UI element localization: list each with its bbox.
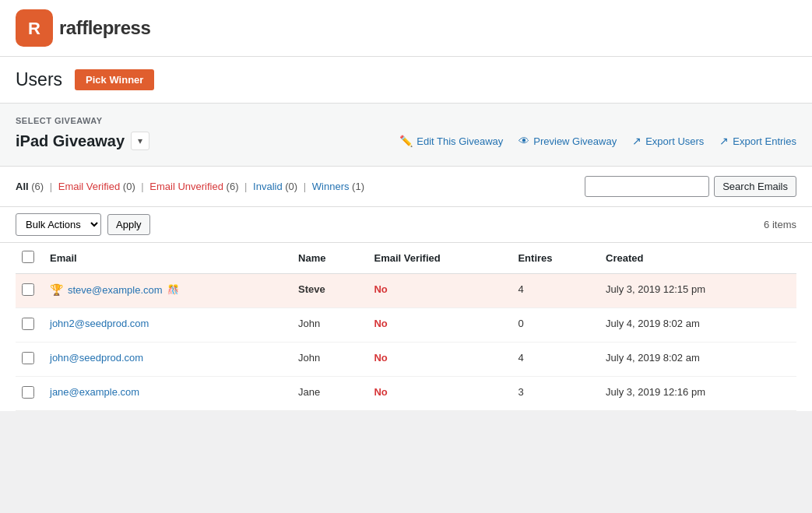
row-email-cell: jane@example.com: [44, 377, 292, 411]
items-count: 6 items: [764, 219, 796, 230]
confetti-decoration: 🎊: [167, 284, 179, 295]
email-link[interactable]: john2@seedprod.com: [50, 318, 149, 329]
filter-email-verified[interactable]: Email Verified: [58, 181, 120, 192]
row-email-cell: john2@seedprod.com: [44, 308, 292, 343]
filter-email-unverified-count: (6): [223, 181, 239, 192]
users-table: Email Name Email Verified Entires Create…: [16, 243, 796, 411]
row-checkbox[interactable]: [22, 318, 34, 330]
page-header: Users Pick Winner: [0, 57, 812, 104]
bulk-actions-bar: Bulk Actions Delete Apply 6 items: [0, 207, 812, 243]
row-checkbox[interactable]: [22, 283, 34, 296]
row-name-cell: John: [292, 343, 367, 377]
col-created: Created: [599, 243, 796, 274]
export-entries-icon: ↗: [719, 135, 729, 147]
apply-button[interactable]: Apply: [107, 214, 150, 235]
trophy-icon: 🏆: [50, 283, 63, 296]
edit-giveaway-label: Edit This Giveaway: [417, 135, 503, 147]
filter-links: All (6) | Email Verified (0) | Email Unv…: [16, 181, 364, 192]
giveaway-dropdown-button[interactable]: ▾: [131, 132, 149, 150]
bulk-actions-select[interactable]: Bulk Actions Delete: [16, 213, 101, 236]
filter-invalid[interactable]: Invalid: [253, 181, 283, 192]
filters-bar: All (6) | Email Verified (0) | Email Unv…: [0, 167, 812, 207]
giveaway-row: iPad Giveaway ▾ ✏️ Edit This Giveaway 👁 …: [16, 132, 796, 150]
page-title: Users: [16, 69, 62, 90]
row-email-cell: 🏆steve@example.com🎊: [44, 274, 292, 308]
row-checkbox-cell: [16, 308, 44, 343]
col-email: Email: [44, 243, 292, 274]
export-entries-label: Export Entries: [733, 135, 796, 147]
col-name: Name: [292, 243, 367, 274]
eye-icon: 👁: [518, 135, 529, 147]
giveaway-left: iPad Giveaway ▾: [16, 132, 149, 150]
export-users-label: Export Users: [645, 135, 704, 147]
edit-icon: ✏️: [399, 135, 413, 147]
filter-all[interactable]: All: [16, 181, 29, 192]
table-row: 🏆steve@example.com🎊SteveNo4July 3, 2019 …: [16, 274, 796, 308]
row-entries-cell: 4: [511, 343, 599, 377]
row-email-cell: john@seedprod.com: [44, 343, 292, 377]
email-link[interactable]: jane@example.com: [50, 386, 139, 398]
row-checkbox[interactable]: [22, 386, 34, 399]
logo-text: rafflepress: [59, 17, 150, 39]
row-entries-cell: 4: [511, 274, 599, 308]
row-checkbox[interactable]: [22, 352, 34, 364]
table-wrapper: Email Name Email Verified Entires Create…: [0, 243, 812, 411]
preview-giveaway-link[interactable]: 👁 Preview Giveaway: [518, 135, 617, 147]
select-all-checkbox[interactable]: [22, 251, 34, 263]
filter-winners-count: (1): [349, 181, 364, 192]
pick-winner-button[interactable]: Pick Winner: [75, 69, 154, 90]
row-checkbox-cell: [16, 343, 44, 377]
logo: R rafflepress: [16, 9, 150, 47]
row-name-cell: John: [292, 308, 367, 343]
table-row: jane@example.comJaneNo3July 3, 2019 12:1…: [16, 377, 796, 411]
filter-all-count: (6): [29, 181, 44, 192]
row-checkbox-cell: [16, 377, 44, 411]
export-users-link[interactable]: ↗ Export Users: [632, 135, 704, 147]
site-header: R rafflepress: [0, 0, 812, 57]
search-input[interactable]: [585, 176, 709, 197]
row-verified-cell: No: [367, 377, 511, 411]
email-link[interactable]: john@seedprod.com: [50, 352, 143, 364]
table-row: john2@seedprod.comJohnNo0July 4, 2019 8:…: [16, 308, 796, 343]
row-name-cell: Steve: [292, 274, 367, 308]
export-users-icon: ↗: [632, 135, 642, 147]
col-entries: Entires: [511, 243, 599, 274]
edit-giveaway-link[interactable]: ✏️ Edit This Giveaway: [399, 135, 503, 147]
preview-giveaway-label: Preview Giveaway: [533, 135, 617, 147]
bulk-left: Bulk Actions Delete Apply: [16, 213, 150, 236]
select-giveaway-label: SELECT GIVEAWAY: [16, 116, 796, 125]
table-row: john@seedprod.comJohnNo4July 4, 2019 8:0…: [16, 343, 796, 377]
svg-text:R: R: [28, 19, 40, 38]
filter-email-verified-count: (0): [120, 181, 135, 192]
row-verified-cell: No: [367, 274, 511, 308]
giveaway-actions: ✏️ Edit This Giveaway 👁 Preview Giveaway…: [399, 135, 796, 147]
row-verified-cell: No: [367, 308, 511, 343]
row-entries-cell: 3: [511, 377, 599, 411]
main-content: SELECT GIVEAWAY iPad Giveaway ▾ ✏️ Edit …: [0, 104, 812, 411]
row-verified-cell: No: [367, 343, 511, 377]
row-created-cell: July 4, 2019 8:02 am: [599, 343, 796, 377]
search-button[interactable]: Search Emails: [714, 176, 796, 197]
row-created-cell: July 3, 2019 12:16 pm: [599, 377, 796, 411]
rafflepress-logo-icon: R: [16, 9, 53, 47]
select-all-col: [16, 243, 44, 274]
export-entries-link[interactable]: ↗ Export Entries: [719, 135, 796, 147]
table-header-row: Email Name Email Verified Entires Create…: [16, 243, 796, 274]
filter-email-unverified[interactable]: Email Unverified: [149, 181, 223, 192]
row-created-cell: July 4, 2019 8:02 am: [599, 308, 796, 343]
row-name-cell: Jane: [292, 377, 367, 411]
email-link[interactable]: steve@example.com: [68, 284, 163, 296]
filter-winners[interactable]: Winners: [312, 181, 350, 192]
selected-giveaway-name: iPad Giveaway: [16, 132, 125, 150]
row-created-cell: July 3, 2019 12:15 pm: [599, 274, 796, 308]
row-checkbox-cell: [16, 274, 44, 308]
row-entries-cell: 0: [511, 308, 599, 343]
filter-invalid-count: (0): [283, 181, 298, 192]
search-area: Search Emails: [585, 176, 796, 197]
giveaway-selector-section: SELECT GIVEAWAY iPad Giveaway ▾ ✏️ Edit …: [0, 104, 812, 167]
col-email-verified: Email Verified: [367, 243, 511, 274]
